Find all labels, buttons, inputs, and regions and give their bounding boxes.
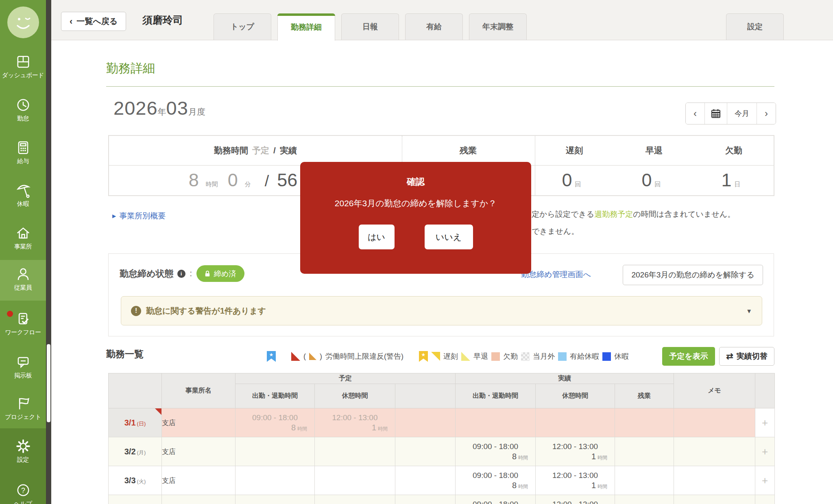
sidebar-item-label: 従業員: [0, 284, 46, 292]
legend-early-label: 早退: [473, 351, 488, 361]
time-range: 12:00 - 13:00: [536, 442, 615, 451]
time-range: 12:00 - 13:00: [536, 500, 615, 504]
work-list-table: 事業所名 予定 実績 メモ 出勤・退勤時間 休憩時間 出勤・退勤時間 休憩時間 …: [108, 373, 775, 504]
legend-paren-open: (: [303, 352, 306, 361]
plan-inout-cell: [236, 495, 315, 504]
avatar[interactable]: [7, 6, 40, 39]
time-range: 09:00 - 18:00: [236, 413, 314, 422]
plan-hours-value: 8: [189, 170, 199, 191]
sidebar-item-employees[interactable]: 従業員: [0, 265, 46, 292]
sidebar-item-settings[interactable]: 設定: [0, 437, 46, 464]
hours-value: 8: [512, 452, 517, 461]
memo-column-header: メモ: [674, 373, 755, 408]
plan-break-cell: 12:00 - 13:001時間: [315, 408, 395, 437]
prev-month-button[interactable]: ‹: [686, 103, 704, 124]
sidebar-item-label: プロジェクト: [0, 413, 46, 421]
time-range: 09:00 - 18:00: [456, 500, 535, 504]
add-memo-button[interactable]: +: [755, 437, 775, 466]
hours-value: 1: [372, 423, 376, 432]
actual-break-cell: [536, 408, 615, 437]
info-icon[interactable]: i: [177, 270, 185, 278]
legend-late-label: 遅刻: [443, 351, 458, 361]
actual-overtime-cell: [615, 495, 674, 504]
sidebar-item-project[interactable]: プロジェクト: [0, 395, 46, 421]
dialog-yes-button[interactable]: はい: [359, 225, 395, 249]
clock-icon: [0, 96, 46, 115]
legend-paid-label: 有給休暇: [570, 351, 599, 361]
sidebar-item-leave[interactable]: 休暇: [0, 181, 46, 208]
table-group-header-row: 事業所名 予定 実績 メモ: [109, 373, 775, 384]
back-to-list-button[interactable]: ‹ 一覧へ戻る: [61, 12, 126, 31]
work-time-label: 勤務時間: [214, 145, 248, 156]
late-value: 0: [562, 170, 572, 191]
chevron-left-icon: ‹: [70, 16, 72, 27]
out-of-month-square-icon: [521, 352, 530, 361]
dialog-no-button[interactable]: いいえ: [425, 225, 473, 249]
show-plan-button[interactable]: 予定を表示: [662, 347, 715, 366]
table-row: 3/1(日) 支店 09:00 - 18:008時間 12:00 - 13:00…: [109, 408, 775, 437]
sidebar-item-payroll[interactable]: 給与: [0, 139, 46, 165]
sidebar-item-help[interactable]: ? ヘルプ: [0, 481, 46, 504]
time-range: 12:00 - 13:00: [536, 471, 615, 480]
late-label: 遅刻: [566, 145, 583, 156]
calendar-button[interactable]: [704, 103, 727, 124]
date-value: 3/3: [124, 476, 136, 485]
closing-status-label: 勤怠締め状態: [120, 268, 174, 280]
actual-label: 実績: [280, 145, 297, 156]
tab-year-end[interactable]: 年末調整: [469, 13, 527, 40]
weekly-plan-link[interactable]: 週勤務予定: [594, 210, 633, 218]
plan-break-cell: [315, 495, 395, 504]
tab-bar: トップ 勤務詳細 日報 有給 年末調整: [214, 13, 527, 41]
closing-admin-link[interactable]: 勤怠締め管理画面へ: [521, 269, 591, 280]
table-row: 3/3(火) 支店 09:00 - 18:008時間 12:00 - 13:00…: [109, 466, 775, 495]
chevron-down-icon[interactable]: ▼: [746, 308, 752, 314]
tab-paid-leave[interactable]: 有給: [405, 13, 463, 40]
actual-inout-cell: 09:00 - 18:008時間: [456, 437, 536, 466]
sidebar-item-office[interactable]: 事業所: [0, 224, 46, 251]
release-closing-button[interactable]: 2026年3月の勤怠の締めを解除する: [623, 265, 763, 285]
plan-minutes-value: 0: [228, 170, 238, 191]
hours-value: 1: [591, 452, 596, 461]
sidebar-item-label: 掲示板: [0, 372, 46, 380]
note-line-1-post: の時間は含まれていません。: [633, 210, 735, 218]
plan-extra-cell: [395, 437, 456, 466]
sidebar-item-attendance[interactable]: 勤怠: [0, 96, 46, 122]
star-glyph: ★: [421, 351, 426, 362]
late-unit: 回: [575, 181, 581, 188]
early-leave-value: 0: [641, 170, 652, 191]
absence-square-icon: [491, 352, 500, 361]
add-memo-button[interactable]: +: [755, 466, 775, 495]
confirm-dialog: 確認 2026年3月の勤怠の締めを解除しますか？ はい いいえ: [300, 162, 531, 274]
attendance-warning-banner[interactable]: ! 勤怠に関する警告が1件あります ▼: [121, 296, 762, 325]
add-memo-button[interactable]: +: [755, 408, 775, 437]
plan-break-header: 休憩時間: [315, 384, 395, 408]
office-column-header: 事業所名: [162, 373, 236, 408]
time-range: 09:00 - 18:00: [456, 471, 535, 480]
actual-hours-value: 56: [277, 170, 297, 191]
sidebar-item-dashboard[interactable]: ダッシュボード: [0, 53, 46, 79]
sidebar-item-label: 休暇: [0, 200, 46, 208]
office-cell: 支店: [162, 408, 236, 437]
office-summary-link[interactable]: ▶ 事業所別概要: [112, 211, 166, 221]
sidebar-scroll-thumb[interactable]: [47, 344, 50, 422]
actual-inout-cell: 09:00 - 18:008時間: [456, 495, 536, 504]
hours-value: 1: [591, 481, 596, 490]
note-line-2: できません。: [532, 226, 579, 237]
plan-inout-cell: [236, 437, 315, 466]
sidebar-item-workflow[interactable]: ワークフロー: [0, 310, 46, 336]
memo-cell: [674, 466, 755, 495]
warning-icon: !: [131, 306, 141, 316]
toggle-actual-button[interactable]: ⇄ 実績切替: [719, 347, 774, 366]
absence-unit: 日: [735, 181, 741, 188]
month-navigation: ‹ 今月 ›: [685, 103, 776, 124]
tab-top[interactable]: トップ: [214, 13, 271, 40]
tab-settings[interactable]: 設定: [726, 13, 784, 40]
add-memo-button[interactable]: +: [755, 495, 775, 504]
plan-break-cell: [315, 466, 395, 495]
sidebar-item-label: ダッシュボード: [0, 72, 46, 79]
current-month-button[interactable]: 今月: [727, 103, 757, 124]
tab-work-detail[interactable]: 勤務詳細: [277, 13, 335, 41]
next-month-button[interactable]: ›: [757, 103, 776, 124]
sidebar-item-board[interactable]: 掲示板: [0, 353, 46, 380]
tab-daily-report[interactable]: 日報: [341, 13, 399, 40]
